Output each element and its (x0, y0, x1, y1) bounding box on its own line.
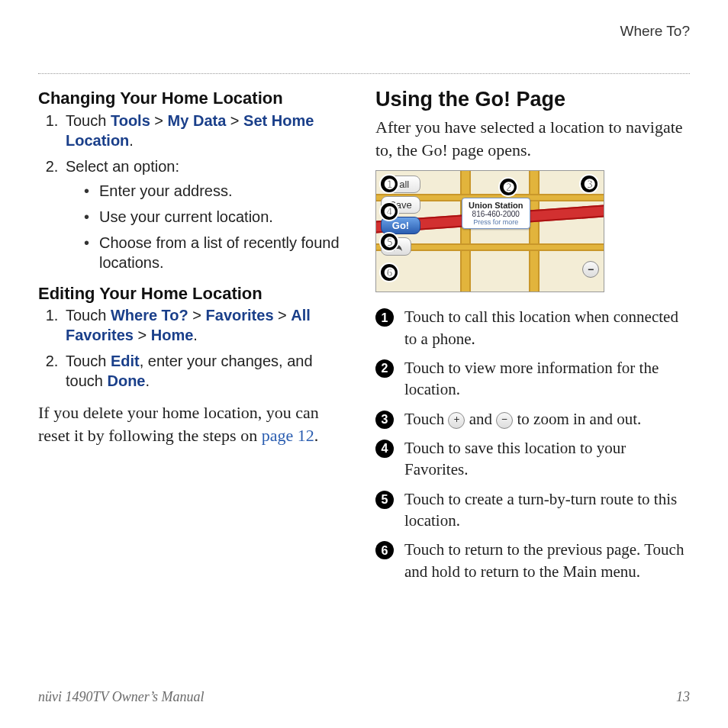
callout-6-num: 6 (375, 541, 394, 559)
map-road (460, 171, 471, 292)
balloon-phone: 816-460-2000 (469, 210, 523, 218)
option-address: Enter your address. (84, 181, 353, 201)
balloon-title: Union Station (469, 201, 523, 210)
callout-1: 1Touch to call this location when connec… (375, 306, 690, 350)
callout-5-num: 5 (375, 491, 394, 509)
edit-home-steps: Touch Where To? > Favorites > All Favori… (38, 305, 353, 391)
callout-4-num: 4 (375, 440, 394, 458)
edit-step-1: Touch Where To? > Favorites > All Favori… (63, 305, 353, 345)
link-my-data: My Data (168, 112, 227, 129)
callout-6: 6Touch to return to the previous page. T… (375, 539, 690, 582)
location-balloon[interactable]: Union Station 816-460-2000 Press for mor… (462, 198, 530, 229)
right-column: Using the Go! Page After you have select… (375, 88, 690, 590)
change-home-steps: Touch Tools > My Data > Set Home Locatio… (38, 111, 353, 272)
heading-go-page: Using the Go! Page (375, 88, 690, 111)
zoom-in-icon: + (448, 412, 465, 429)
link-done: Done (107, 372, 145, 389)
link-edit: Edit (111, 353, 140, 369)
link-home: Home (151, 327, 194, 343)
edit-step-2: Touch Edit, enter your changes, and touc… (63, 351, 353, 391)
link-tools: Tools (111, 112, 150, 129)
marker-6: ➏ (379, 263, 399, 282)
link-favorites: Favorites (206, 307, 274, 324)
delete-home-note: If you delete your home location, you ca… (38, 401, 353, 446)
option-current-location: Use your current location. (84, 207, 353, 227)
balloon-hint: Press for more (469, 218, 523, 226)
footer-manual-title: nüvi 1490TV Owner’s Manual (38, 689, 205, 705)
callout-5: 5Touch to create a turn-by-turn route to… (375, 488, 690, 532)
page-footer: nüvi 1490TV Owner’s Manual 13 (38, 689, 690, 705)
callout-2: 2Touch to view more information for the … (375, 357, 690, 401)
heading-change-home: Changing Your Home Location (38, 88, 353, 109)
callout-1-num: 1 (375, 308, 394, 327)
step-1: Touch Tools > My Data > Set Home Locatio… (63, 111, 353, 150)
callout-list: 1Touch to call this location when connec… (375, 306, 690, 582)
map-road (529, 171, 540, 292)
link-page-12[interactable]: page 12 (262, 426, 314, 445)
callout-3: 3 Touch + and − to zoom in and out. (375, 408, 690, 430)
callout-3-num: 3 (375, 411, 394, 429)
link-where-to: Where To? (111, 307, 188, 324)
go-page-intro: After you have selected a location to na… (375, 116, 690, 161)
footer-page-number: 13 (676, 689, 690, 705)
edit-step-1-prefix: Touch (66, 307, 111, 324)
option-recent: Choose from a list of recently found loc… (84, 233, 353, 272)
step-2-text: Select an option: (66, 158, 179, 175)
zoom-out-icon: − (496, 412, 513, 429)
step-2: Select an option: Enter your address. Us… (63, 156, 353, 272)
callout-4: 4Touch to save this location to your Fav… (375, 437, 690, 481)
heading-edit-home: Editing Your Home Location (38, 283, 353, 304)
step-1-prefix: Touch (66, 112, 111, 129)
zoom-out-button[interactable]: − (582, 261, 599, 278)
step-2-options: Enter your address. Use your current loc… (66, 181, 353, 272)
left-column: Changing Your Home Location Touch Tools … (38, 88, 353, 590)
chapter-title: Where To? (38, 23, 690, 44)
content-columns: Changing Your Home Location Touch Tools … (38, 74, 690, 590)
go-page-figure: Call Save Go! + − Union Station 816-460-… (375, 170, 604, 292)
callout-2-num: 2 (375, 359, 394, 378)
